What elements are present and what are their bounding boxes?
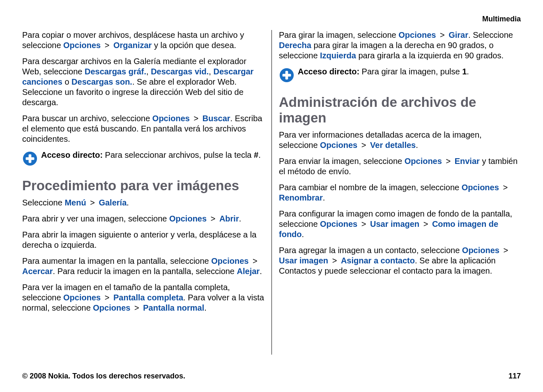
paragraph: Seleccione Menú > Galería. [22,198,264,208]
shortcut: Acceso directo: Para girar la imagen, pu… [279,67,521,83]
paragraph: Para cambiar el nombre de la imagen, sel… [279,182,521,203]
text: . [239,214,242,223]
column-divider [272,30,272,355]
separator: > [502,245,510,256]
separator: > [209,214,217,224]
separator: > [360,140,368,150]
text: Para aumentar la imagen en la pantalla, … [22,256,211,265]
link-descargas-son[interactable]: Descargas son. [71,77,132,86]
paragraph: Para agregar la imagen a un contacto, se… [279,245,521,276]
text: . [260,267,262,276]
text: . Para reducir la imagen en la pantalla,… [53,267,237,276]
text: . [127,198,129,207]
separator: > [251,256,259,266]
page-header: Multimedia [22,15,521,23]
shortcut-label: Acceso directo: [41,150,103,159]
link-opciones[interactable]: Opciones [152,114,190,123]
shortcut: Acceso directo: Para seleccionar archivo… [22,150,264,166]
link-opciones[interactable]: Opciones [320,141,357,150]
text: . [416,141,418,150]
paragraph: Para enviar la imagen, seleccione Opcion… [279,156,521,177]
text: . [467,67,469,76]
separator: > [103,293,111,303]
page-footer: © 2008 Nokia. Todos los derechos reserva… [22,372,521,380]
paragraph: Para ver la imagen en el tamaño de la pa… [22,282,264,313]
link-opciones[interactable]: Opciones [320,219,357,228]
link-opciones[interactable]: Opciones [462,183,499,192]
link-acercar[interactable]: Acercar [22,267,53,276]
link-opciones[interactable]: Opciones [405,157,442,166]
text: Seleccione [22,198,64,207]
heading-administracion: Administración de archivos de imagen [279,95,521,126]
paragraph: Para girar la imagen, seleccione Opcione… [279,30,521,61]
link-descargas-graf[interactable]: Descargas gráf. [85,67,146,76]
link-descargas-vid[interactable]: Descargas vid. [151,67,209,76]
copyright: © 2008 Nokia. Todos los derechos reserva… [22,372,185,380]
link-menu[interactable]: Menú [64,198,86,207]
separator: > [360,219,368,229]
link-alejar[interactable]: Alejar [237,267,260,276]
link-organizar[interactable]: Organizar [113,41,152,50]
paragraph: Para configurar la imagen como imagen de… [279,209,521,240]
key: # [254,150,258,159]
link-renombrar[interactable]: Renombrar [279,193,323,202]
link-opciones[interactable]: Opciones [93,303,130,312]
paragraph: Para abrir la imagen siguiente o anterio… [22,230,264,250]
svg-rect-2 [29,154,32,163]
text: Para enviar la imagen, seleccione [279,157,405,166]
link-galeria[interactable]: Galería [99,198,127,207]
heading-procedimiento: Procedimiento para ver imágenes [22,178,264,194]
shortcut-label: Acceso directo: [298,67,359,76]
link-asignar-contacto[interactable]: Asignar a contacto [341,256,415,265]
paragraph: Para abrir y ver una imagen, seleccione … [22,214,264,224]
separator: > [88,198,97,208]
key: 1 [462,67,467,76]
link-enviar[interactable]: Enviar [455,157,480,166]
text: y la opción que desea. [154,41,236,50]
link-abrir[interactable]: Abrir [219,214,239,223]
text: , [209,67,213,76]
text: . [302,230,304,239]
separator: > [438,30,446,40]
link-derecha[interactable]: Derecha [279,41,311,50]
text: , [146,67,151,76]
paragraph: Para ver informaciones detalladas acerca… [279,130,521,150]
separator: > [444,156,452,166]
text: . [258,150,261,159]
link-pantalla-completa[interactable]: Pantalla completa [113,293,183,302]
paragraph: Para aumentar la imagen en la pantalla, … [22,256,264,277]
shortcut-text: Acceso directo: Para seleccionar archivo… [41,150,261,160]
link-opciones[interactable]: Opciones [169,214,207,223]
link-opciones[interactable]: Opciones [63,293,101,302]
right-column: Para girar la imagen, seleccione Opcione… [272,30,521,353]
link-opciones[interactable]: Opciones [462,246,499,255]
link-opciones[interactable]: Opciones [63,41,101,50]
link-girar[interactable]: Girar [449,30,468,39]
text: Para seleccionar archivos, pulse la tecl… [103,150,254,159]
plus-icon [22,151,38,166]
text: Para cambiar el nombre de la imagen, sel… [279,183,462,192]
separator: > [501,182,509,193]
text: Para girar la imagen, pulse [359,67,462,76]
link-opciones[interactable]: Opciones [211,256,248,265]
link-usar-imagen[interactable]: Usar imagen [370,219,419,228]
link-buscar[interactable]: Buscar [202,114,230,123]
separator: > [103,40,111,51]
text: Para girar la imagen, seleccione [279,30,398,39]
text: Para buscar un archivo, seleccione [22,114,152,123]
link-usar-imagen[interactable]: Usar imagen [279,256,328,265]
link-izquierda[interactable]: Izquierda [320,51,356,60]
separator: > [133,303,141,313]
link-pantalla-normal[interactable]: Pantalla normal [143,303,204,312]
text: . [323,193,325,202]
text: Para agregar la imagen a un contacto, se… [279,246,462,255]
paragraph: Para copiar o mover archivos, desplácese… [22,30,264,51]
link-opciones[interactable]: Opciones [398,30,436,39]
page-number: 117 [508,372,521,380]
link-ver-detalles[interactable]: Ver detalles [370,141,416,150]
plus-icon [279,67,295,83]
paragraph: Para descargar archivos en la Galería me… [22,56,264,108]
svg-rect-5 [285,71,288,80]
separator: > [331,256,339,266]
content-area: Para copiar o mover archivos, desplácese… [22,30,521,353]
